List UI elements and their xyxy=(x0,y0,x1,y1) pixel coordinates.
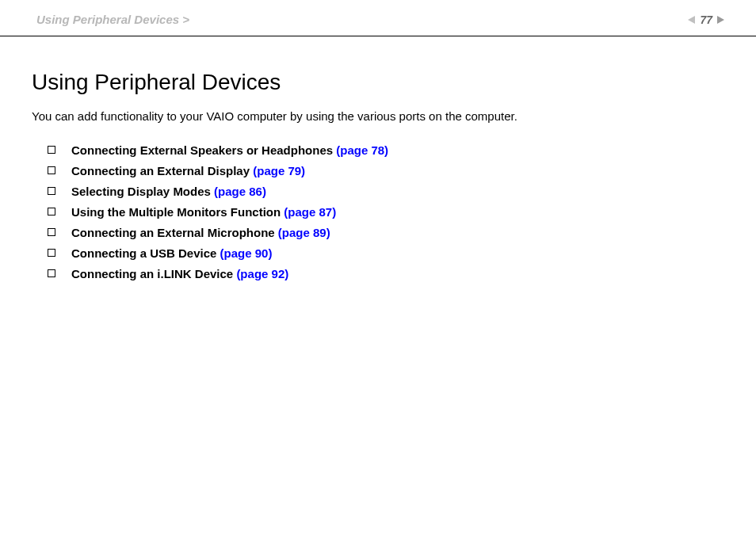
page-header: Using Peripheral Devices > 77 xyxy=(0,0,756,36)
page-nav: 77 xyxy=(688,13,724,26)
page-number: 77 xyxy=(700,13,712,26)
prev-page-arrow-icon[interactable] xyxy=(688,16,695,24)
breadcrumb: Using Peripheral Devices > xyxy=(36,13,189,26)
intro-text: You can add functionality to your VAIO c… xyxy=(32,109,724,123)
square-bullet-icon xyxy=(48,208,55,216)
toc-item: Selecting Display Modes (page 86) xyxy=(48,185,724,198)
toc-page-link[interactable]: (page 90) xyxy=(220,246,273,260)
toc-page-link[interactable]: (page 86) xyxy=(214,185,266,198)
toc-item: Using the Multiple Monitors Function (pa… xyxy=(48,205,724,219)
page-content: Using Peripheral Devices You can add fun… xyxy=(0,36,756,280)
toc-page-link[interactable]: (page 87) xyxy=(284,205,336,219)
toc-item: Connecting External Speakers or Headphon… xyxy=(48,143,724,157)
toc-page-link[interactable]: (page 92) xyxy=(236,267,288,280)
toc-page-link[interactable]: (page 79) xyxy=(253,164,305,177)
toc-page-link[interactable]: (page 78) xyxy=(336,143,388,157)
square-bullet-icon xyxy=(48,249,55,257)
toc-item-title: Connecting an External Display xyxy=(71,164,253,177)
square-bullet-icon xyxy=(48,146,55,154)
square-bullet-icon xyxy=(48,187,55,195)
next-page-arrow-icon[interactable] xyxy=(717,16,724,24)
toc-page-link[interactable]: (page 89) xyxy=(278,226,330,239)
toc-item: Connecting an External Microphone (page … xyxy=(48,226,724,239)
toc-item-title: Connecting a USB Device xyxy=(71,246,220,260)
toc-item-title: Connecting an External Microphone xyxy=(71,226,278,239)
toc-item-title: Connecting External Speakers or Headphon… xyxy=(71,143,336,157)
square-bullet-icon xyxy=(48,166,55,174)
toc-item-title: Connecting an i.LINK Device xyxy=(71,267,236,280)
page-title: Using Peripheral Devices xyxy=(32,70,724,95)
toc-item-title: Selecting Display Modes xyxy=(71,185,214,198)
toc-item-title: Using the Multiple Monitors Function xyxy=(71,205,284,219)
toc-list: Connecting External Speakers or Headphon… xyxy=(32,143,724,280)
square-bullet-icon xyxy=(48,228,55,236)
toc-item: Connecting a USB Device (page 90) xyxy=(48,246,724,260)
square-bullet-icon xyxy=(48,269,55,277)
toc-item: Connecting an External Display (page 79) xyxy=(48,164,724,177)
toc-item: Connecting an i.LINK Device (page 92) xyxy=(48,267,724,280)
